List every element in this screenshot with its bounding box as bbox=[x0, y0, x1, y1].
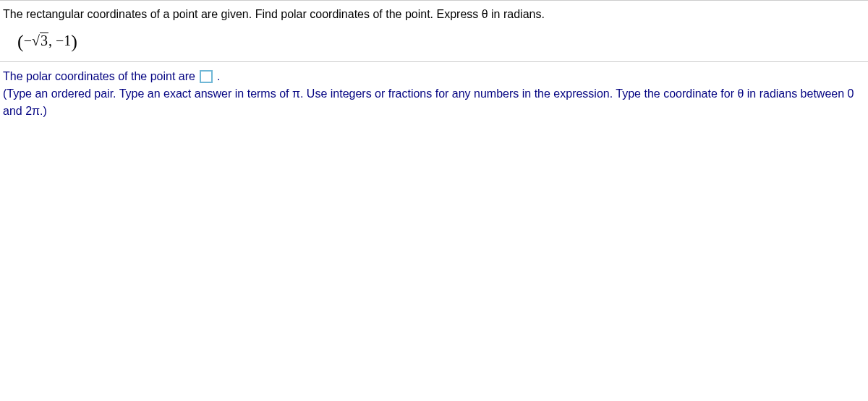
answer-line: The polar coordinates of the point are . bbox=[3, 68, 865, 85]
close-paren: ) bbox=[71, 31, 77, 52]
point-coordinates: (−√3, −1) bbox=[17, 31, 865, 53]
separator-and-y: , −1 bbox=[48, 33, 71, 48]
sqrt-expression: √3 bbox=[32, 33, 48, 49]
answer-input[interactable] bbox=[200, 70, 213, 83]
sqrt-argument: 3 bbox=[40, 33, 48, 48]
answer-section: The polar coordinates of the point are .… bbox=[0, 62, 868, 126]
question-prompt: The rectangular coordinates of a point a… bbox=[3, 7, 865, 22]
open-paren: ( bbox=[17, 31, 24, 52]
answer-lead-text: The polar coordinates of the point are bbox=[3, 68, 195, 85]
question-section: The rectangular coordinates of a point a… bbox=[0, 0, 868, 62]
minus-sign: − bbox=[24, 33, 32, 48]
answer-period: . bbox=[217, 68, 220, 85]
answer-instruction: (Type an ordered pair. Type an exact ans… bbox=[3, 85, 865, 120]
sqrt-icon: √ bbox=[32, 33, 40, 48]
